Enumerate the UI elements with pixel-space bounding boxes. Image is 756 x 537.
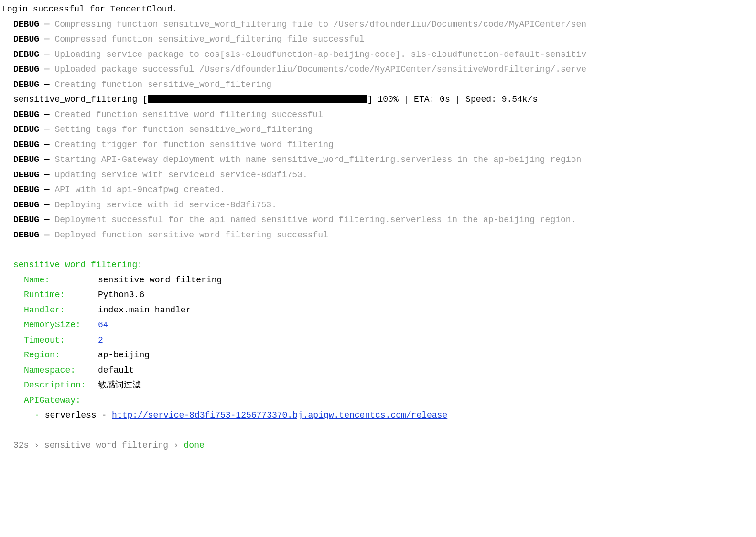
debug-dash: ─ [44,200,50,210]
debug-dash: ─ [44,230,50,240]
debug-msg: Uploading service package to cos[sls-clo… [54,50,586,59]
result-header-text: sensitive_word_filtering: [13,260,142,269]
debug-msg: Deployment successful for the api named … [54,215,576,225]
debug-msg: Compressing function sensitive_word_filt… [54,20,586,29]
debug-msg: Created function sensitive_word_filterin… [54,110,323,119]
apigw-item: - serverless - http://service-8d3fi753-1… [0,408,756,423]
debug-msg: Starting API-Gateway deployment with nam… [54,155,581,164]
debug-label: DEBUG [13,50,39,59]
kv-row: MemorySize:64 [0,318,756,333]
debug-label: DEBUG [13,200,39,210]
debug-line: DEBUG ─ API with id api-9ncafpwg created… [0,183,756,198]
debug-msg: Deployed function sensitive_word_filteri… [54,230,328,240]
debug-label: DEBUG [13,20,39,29]
debug-dash: ─ [44,125,50,134]
debug-dash: ─ [44,185,50,194]
blank-line [0,243,756,258]
debug-msg: Uploaded package successful /Users/dfoun… [54,64,586,74]
debug-label: DEBUG [13,64,39,74]
footer-sep: › [173,440,179,450]
debug-line: DEBUG ─ Creating trigger for function se… [0,138,756,153]
kv-key-memory: MemorySize: [24,318,98,333]
debug-label: DEBUG [13,170,39,180]
kv-row: Name:sensitive_word_filtering [0,273,756,288]
debug-line: DEBUG ─ Setting tags for function sensit… [0,122,756,138]
kv-val-region: ap-beijing [98,350,150,360]
kv-val-name: sensitive_word_filtering [98,275,222,285]
apigw-label: serverless [45,410,97,420]
debug-line: DEBUG ─ Creating function sensitive_word… [0,77,756,93]
debug-line: DEBUG ─ Deploying service with id servic… [0,198,756,213]
kv-key-region: Region: [24,348,98,363]
debug-dash: ─ [44,64,50,74]
kv-val-namespace: default [98,365,134,375]
kv-row: APIGateway: [0,393,756,408]
progress-open: [ [142,95,148,104]
kv-key-name: Name: [24,273,98,288]
progress-line: sensitive_word_filtering [] 100% | ETA: … [0,92,756,107]
debug-dash: ─ [44,215,50,225]
debug-msg: Setting tags for function sensitive_word… [54,125,313,134]
kv-key-runtime: Runtime: [24,288,98,303]
kv-row: Handler:index.main_handler [0,303,756,318]
debug-line: DEBUG ─ Deployed function sensitive_word… [0,228,756,243]
list-dash: - [34,410,40,420]
debug-line: DEBUG ─ Uploaded package successful /Use… [0,62,756,77]
kv-row: Timeout:2 [0,333,756,348]
kv-key-namespace: Namespace: [24,363,98,378]
debug-label: DEBUG [13,80,39,89]
progress-name: sensitive_word_filtering [13,95,137,104]
debug-dash: ─ [44,34,50,44]
result-header: sensitive_word_filtering: [0,258,756,273]
footer-sep: › [34,440,39,450]
apigw-dash2: - [101,410,107,420]
debug-dash: ─ [44,80,50,89]
footer-name: sensitive word filtering [44,440,168,450]
debug-msg: API with id api-9ncafpwg created. [54,185,225,194]
kv-val-description: 敏感词过滤 [98,380,141,390]
kv-val-handler: index.main_handler [98,305,191,315]
progress-bar [148,95,367,103]
kv-key-description: Description: [24,378,98,393]
debug-label: DEBUG [13,140,39,150]
kv-row: Description:敏感词过滤 [0,378,756,393]
debug-dash: ─ [44,140,50,150]
debug-line: DEBUG ─ Uploading service package to cos… [0,47,756,63]
debug-line: DEBUG ─ Starting API-Gateway deployment … [0,152,756,168]
debug-msg: Compressed function sensitive_word_filte… [54,34,364,44]
kv-val-memory: 64 [98,320,108,330]
debug-dash: ─ [44,110,50,119]
kv-row: Namespace:default [0,363,756,378]
progress-close: ] [367,95,373,104]
debug-label: DEBUG [13,110,39,119]
login-text: Login successful for TencentCloud. [2,4,177,14]
debug-label: DEBUG [13,125,39,134]
debug-label: DEBUG [13,215,39,225]
kv-row: Runtime:Python3.6 [0,288,756,303]
debug-dash: ─ [44,50,50,59]
kv-val-runtime: Python3.6 [98,290,144,300]
footer-line: 32s › sensitive word filtering › done [0,438,756,453]
progress-stats: 100% | ETA: 0s | Speed: 9.54k/s [373,95,538,104]
blank-line [0,423,756,438]
kv-key-timeout: Timeout: [24,333,98,348]
login-line: Login successful for TencentCloud. [0,2,756,17]
debug-label: DEBUG [13,230,39,240]
debug-line: DEBUG ─ Deployment successful for the ap… [0,213,756,228]
debug-dash: ─ [44,20,50,29]
debug-dash: ─ [44,155,50,164]
footer-done: done [184,440,205,450]
apigw-url-link[interactable]: http://service-8d3fi753-1256773370.bj.ap… [112,410,447,420]
kv-key-handler: Handler: [24,303,98,318]
kv-val-timeout: 2 [98,335,103,345]
debug-line: DEBUG ─ Compressed function sensitive_wo… [0,32,756,47]
debug-line: DEBUG ─ Compressing function sensitive_w… [0,17,756,32]
debug-label: DEBUG [13,185,39,194]
debug-msg: Creating trigger for function sensitive_… [54,140,333,150]
footer-time: 32s [13,440,29,450]
debug-msg: Updating service with serviceId service-… [54,170,307,180]
debug-line: DEBUG ─ Created function sensitive_word_… [0,107,756,123]
kv-row: Region:ap-beijing [0,348,756,363]
debug-msg: Creating function sensitive_word_filteri… [54,80,271,89]
debug-line: DEBUG ─ Updating service with serviceId … [0,168,756,183]
